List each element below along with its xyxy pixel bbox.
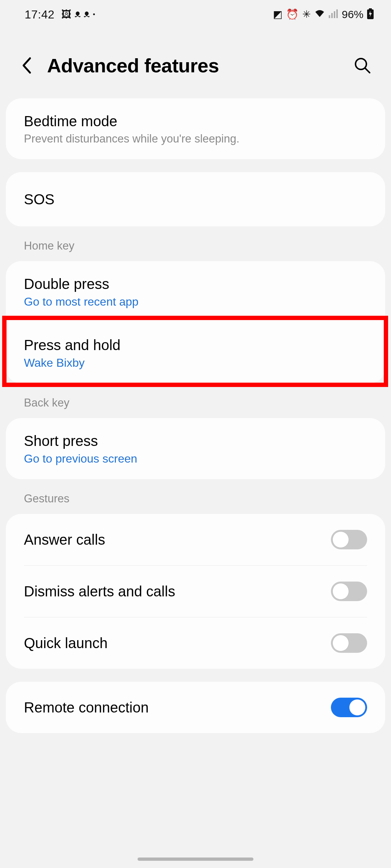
alarm-icon: ⏰ [286,9,299,20]
svg-rect-3 [336,9,338,18]
remote-card: Remote connection [6,682,385,733]
status-left: 17:42 🖼 ᴥ ᴥ • [25,8,95,21]
short-press-row[interactable]: Short press Go to previous screen [6,418,385,479]
bedtime-sub: Prevent disturbances while you're sleepi… [24,132,367,145]
teams-icon: ᴥ [84,10,89,18]
sos-title: SOS [24,190,367,208]
remote-connection-row[interactable]: Remote connection [6,682,385,733]
section-gestures: Gestures [0,479,391,514]
status-bar: 17:42 🖼 ᴥ ᴥ • ◩ ⏰ ✳ 96% [0,0,391,29]
power-save-icon: ◩ [273,9,282,20]
double-press-sub: Go to most recent app [24,295,367,309]
battery-icon [367,8,374,21]
quick-launch-toggle[interactable] [331,633,367,653]
image-icon: 🖼 [61,9,71,20]
gestures-card: Answer calls Dismiss alerts and calls Qu… [6,514,385,669]
quick-launch-row[interactable]: Quick launch [6,617,385,669]
short-press-sub: Go to previous screen [24,452,367,465]
homekey-card: Double press Go to most recent app Press… [6,261,385,383]
svg-rect-4 [369,8,372,9]
bedtime-card: Bedtime mode Prevent disturbances while … [6,98,385,159]
remote-toggle[interactable] [331,698,367,717]
answer-calls-title: Answer calls [24,531,105,549]
wifi-icon [314,9,325,20]
svg-line-7 [365,68,370,73]
dot-icon: • [93,11,95,18]
status-time: 17:42 [25,8,55,21]
double-press-title: Double press [24,275,367,293]
dismiss-alerts-toggle[interactable] [331,582,367,601]
section-homekey: Home key [0,226,391,261]
quick-launch-title: Quick launch [24,634,108,652]
remote-title: Remote connection [24,698,149,716]
backkey-card: Short press Go to previous screen [6,418,385,479]
bedtime-title: Bedtime mode [24,112,367,130]
sos-row[interactable]: SOS [6,172,385,226]
page-header: Advanced features [0,29,391,98]
press-and-hold-row[interactable]: Press and hold Wake Bixby [6,322,385,383]
status-right: ◩ ⏰ ✳ 96% [273,8,374,21]
short-press-title: Short press [24,432,367,450]
teams-icon: ᴥ [75,10,80,18]
answer-calls-row[interactable]: Answer calls [6,514,385,565]
bluetooth-icon: ✳ [302,9,311,20]
press-hold-title: Press and hold [24,336,367,354]
svg-rect-0 [329,15,330,18]
search-button[interactable] [354,57,371,74]
press-hold-sub: Wake Bixby [24,356,367,370]
svg-rect-1 [331,13,333,18]
svg-rect-2 [334,11,335,18]
svg-point-6 [356,59,366,69]
dismiss-alerts-row[interactable]: Dismiss alerts and calls [6,566,385,617]
sos-card: SOS [6,172,385,226]
page-title: Advanced features [47,54,339,77]
double-press-row[interactable]: Double press Go to most recent app [6,261,385,322]
battery-percent: 96% [342,8,363,21]
section-backkey: Back key [0,383,391,418]
signal-icon [329,9,338,20]
gesture-nav-bar[interactable] [138,858,253,861]
answer-calls-toggle[interactable] [331,530,367,549]
back-button[interactable] [20,59,33,72]
bedtime-mode-row[interactable]: Bedtime mode Prevent disturbances while … [6,98,385,159]
dismiss-alerts-title: Dismiss alerts and calls [24,582,175,600]
